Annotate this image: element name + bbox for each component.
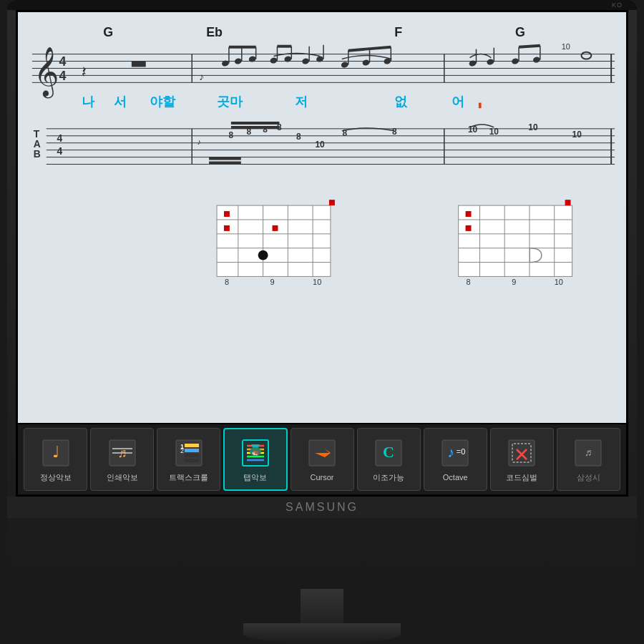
svg-text:10: 10	[315, 140, 325, 150]
svg-rect-136	[185, 459, 199, 462]
svg-text:4: 4	[59, 54, 67, 69]
svg-rect-124	[329, 200, 335, 205]
svg-text:Eb: Eb	[206, 25, 223, 39]
print-score-button[interactable]: ♬ 인쇄악보	[90, 428, 154, 491]
chord-symbol-button[interactable]: 코드심벌	[490, 428, 554, 491]
svg-text:2: 2	[180, 447, 184, 454]
svg-rect-102	[224, 225, 230, 231]
track-scroll-icon: 1 2	[171, 436, 207, 470]
svg-text:8: 8	[467, 278, 471, 286]
monitor-shell: KO G Eb F G	[7, 0, 637, 589]
svg-text:없: 없	[394, 94, 408, 109]
svg-text:어: 어	[452, 94, 464, 109]
svg-text:곳마: 곳마	[217, 94, 243, 109]
svg-text:8: 8	[296, 132, 301, 142]
svg-text:=0: =0	[457, 447, 466, 456]
transpose-button[interactable]: C 이조가능	[357, 428, 421, 491]
svg-text:G: G	[515, 25, 525, 39]
svg-text:♪: ♪	[199, 72, 204, 82]
sheet-area: G Eb F G 𝄞 4 4	[18, 12, 626, 423]
svg-point-104	[258, 250, 268, 260]
extra-label: 삼성시	[577, 473, 600, 482]
svg-rect-133	[185, 444, 199, 447]
svg-text:F: F	[394, 25, 402, 39]
samsung-logo: SAMSUNG	[286, 501, 358, 514]
svg-text:B: B	[34, 148, 41, 160]
svg-text:9: 9	[512, 278, 516, 286]
svg-text:♩: ♩	[52, 443, 59, 461]
svg-text:10: 10	[313, 278, 321, 286]
svg-line-50	[519, 46, 540, 47]
svg-text:♪: ♪	[447, 444, 454, 460]
octave-button[interactable]: ♪ =0 Octave	[424, 428, 487, 491]
svg-text:G: G	[103, 25, 113, 39]
monitor-bezel-top: KO	[7, 0, 637, 10]
monitor-brand-top-label: KO	[612, 1, 623, 9]
cursor-icon	[304, 436, 340, 470]
svg-text:4: 4	[57, 145, 63, 157]
svg-text:8: 8	[392, 127, 397, 137]
svg-text:▮: ▮	[478, 101, 482, 109]
extra-button[interactable]: ♬ 삼성시	[557, 428, 620, 491]
svg-rect-134	[185, 449, 199, 452]
tab-score-button[interactable]: 🦔 탭악보	[223, 428, 287, 491]
track-scroll-button[interactable]: 1 2 트랙스크롤	[157, 428, 220, 491]
tab-score-label: 탭악보	[243, 473, 267, 482]
cursor-label: Cursor	[311, 473, 334, 482]
octave-label: Octave	[443, 473, 468, 482]
svg-text:야할: 야할	[150, 94, 176, 109]
chord-symbol-label: 코드심벌	[506, 473, 537, 482]
svg-rect-76	[209, 162, 241, 165]
svg-text:나: 나	[82, 94, 95, 109]
normal-score-icon: ♩	[38, 436, 74, 470]
track-scroll-label: 트랙스크롤	[169, 473, 208, 482]
svg-rect-17	[132, 62, 146, 67]
svg-rect-77	[209, 157, 241, 160]
extra-icon: ♬	[570, 436, 606, 470]
svg-text:♪: ♪	[197, 137, 200, 146]
screen: G Eb F G 𝄞 4 4	[16, 10, 628, 497]
chord-symbol-icon	[504, 436, 540, 470]
svg-text:저: 저	[295, 94, 308, 109]
normal-score-button[interactable]: ♩ 정상악보	[24, 428, 87, 491]
svg-rect-119	[466, 225, 472, 231]
svg-rect-108	[459, 205, 572, 276]
transpose-icon: C	[371, 436, 406, 470]
svg-text:8: 8	[229, 130, 234, 140]
toolbar: ♩ 정상악보 ♬ 인쇄악보	[18, 423, 626, 494]
svg-rect-92	[217, 205, 331, 276]
monitor-stand-base	[243, 623, 401, 644]
svg-rect-117	[565, 200, 571, 205]
svg-text:4: 4	[57, 132, 63, 144]
svg-text:10: 10	[528, 122, 538, 132]
transpose-label: 이조가능	[373, 473, 404, 482]
print-score-icon: ♬	[104, 436, 140, 470]
cursor-button[interactable]: Cursor	[291, 428, 354, 491]
music-svg: G Eb F G 𝄞 4 4	[18, 12, 626, 423]
svg-rect-101	[224, 211, 230, 217]
svg-text:🦔: 🦔	[251, 447, 260, 457]
svg-text:9: 9	[270, 278, 275, 286]
svg-text:𝄞: 𝄞	[34, 47, 59, 99]
svg-rect-135	[185, 454, 199, 457]
svg-text:C: C	[383, 443, 394, 461]
octave-icon: ♪ =0	[437, 436, 473, 470]
svg-rect-118	[466, 211, 472, 217]
print-score-label: 인쇄악보	[107, 473, 138, 482]
svg-text:4: 4	[59, 69, 67, 83]
monitor-stand-neck	[301, 589, 343, 623]
svg-text:10: 10	[555, 278, 563, 286]
svg-text:♬: ♬	[585, 447, 592, 458]
svg-rect-103	[272, 225, 278, 231]
svg-rect-120	[530, 248, 530, 263]
monitor-bezel-bottom: SAMSUNG	[7, 497, 637, 518]
svg-text:10: 10	[562, 42, 570, 51]
svg-text:10: 10	[489, 127, 499, 137]
svg-text:서: 서	[114, 94, 127, 109]
svg-text:10: 10	[572, 130, 582, 140]
svg-text:8: 8	[225, 278, 229, 286]
tab-score-icon: 🦔	[238, 436, 273, 470]
normal-score-label: 정상악보	[40, 473, 72, 482]
